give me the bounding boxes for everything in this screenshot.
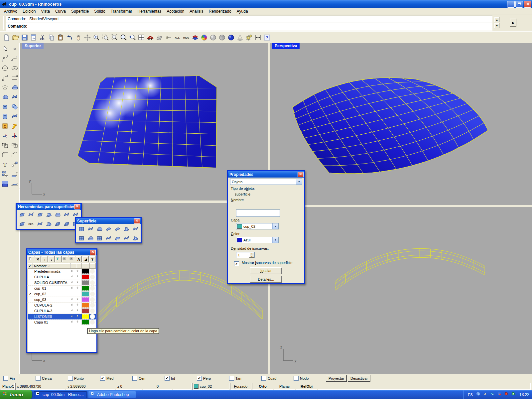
toolbar-button[interactable]: [47, 33, 56, 42]
menu-item[interactable]: Superficie: [68, 8, 91, 14]
layer-material-circle[interactable]: [90, 297, 95, 302]
left-toolbar-button[interactable]: [10, 44, 19, 54]
toolbar-button[interactable]: [11, 33, 20, 42]
layer-material-circle[interactable]: [90, 286, 95, 291]
lock-icon[interactable]: [70, 320, 75, 325]
superficie-tool-button[interactable]: [131, 234, 140, 242]
superficie-titlebar[interactable]: Superficie ✕: [76, 218, 141, 224]
toolbar-button[interactable]: [83, 33, 92, 42]
layer-name[interactable]: cup_01: [33, 286, 70, 290]
left-toolbar-button[interactable]: [0, 102, 10, 111]
bulb-icon[interactable]: [75, 315, 81, 319]
osnap-checkbox[interactable]: [36, 376, 41, 381]
superficie-tool-button[interactable]: [113, 225, 122, 233]
layer-row[interactable]: LISTONES: [28, 314, 96, 320]
superficie-tool-button[interactable]: [122, 225, 131, 233]
left-toolbar-button[interactable]: [10, 160, 19, 169]
layer-material-circle[interactable]: [90, 303, 95, 308]
layer-name[interactable]: LISTONES: [33, 315, 70, 319]
osnap-item[interactable]: Cen: [132, 376, 165, 381]
osnap-item[interactable]: ✔ Int: [165, 376, 197, 381]
status-toggle[interactable]: Planar: [274, 383, 295, 390]
close-icon[interactable]: ✕: [74, 204, 80, 209]
left-toolbar-button[interactable]: [0, 73, 10, 82]
toolbar-button[interactable]: [74, 33, 83, 42]
layer-material-circle[interactable]: [90, 280, 95, 285]
language-indicator[interactable]: ES: [466, 392, 474, 397]
layer-material-circle[interactable]: [90, 269, 95, 274]
osnap-item[interactable]: Cuad: [261, 376, 294, 381]
osnap-item[interactable]: ✔ Med: [100, 376, 132, 381]
toolbar-button[interactable]: [155, 33, 164, 42]
menu-item[interactable]: Vista: [38, 8, 52, 14]
tray-icon[interactable]: [476, 392, 482, 397]
osnap-checkbox[interactable]: ✔: [197, 376, 202, 381]
layers-toolbar-button[interactable]: A: [76, 256, 82, 262]
surface-tool-button[interactable]: [35, 220, 44, 228]
surface-tool-button[interactable]: DEG: [27, 220, 36, 228]
toolbar-button[interactable]: [119, 33, 128, 42]
osnap-button[interactable]: Desactivar: [348, 375, 370, 382]
menu-item[interactable]: Renderizado: [206, 8, 234, 14]
left-toolbar-button[interactable]: [10, 92, 19, 102]
layer-name[interactable]: cup_02: [33, 292, 70, 296]
toolbar-button[interactable]: HIDE: [182, 33, 191, 42]
menu-item[interactable]: Archivo: [1, 8, 20, 14]
lock-icon[interactable]: [70, 303, 75, 308]
layer-material-circle[interactable]: [90, 292, 95, 296]
left-toolbar-button[interactable]: [10, 102, 19, 111]
menu-item[interactable]: Transformar: [108, 8, 135, 14]
menu-item[interactable]: Acotación: [164, 8, 187, 14]
lock-icon[interactable]: [70, 281, 75, 285]
osnap-item[interactable]: Fin: [3, 376, 36, 381]
layers-toolbar-button[interactable]: [62, 256, 68, 262]
layers-toolbar-button[interactable]: [69, 256, 75, 262]
toolbar-button[interactable]: [110, 33, 119, 42]
menu-item[interactable]: Edición: [20, 8, 38, 14]
viewport-splitter-right[interactable]: [270, 205, 532, 207]
menu-item[interactable]: Sólido: [91, 8, 108, 14]
command-scroll-down[interactable]: ▼: [494, 23, 499, 28]
left-toolbar-button[interactable]: T: [0, 160, 10, 169]
match-button[interactable]: Igualar: [250, 267, 282, 274]
layer-color-swatch[interactable]: [82, 303, 89, 308]
layers-toolbar-button[interactable]: [55, 256, 62, 262]
toolbar-button[interactable]: [146, 33, 155, 42]
osnap-checkbox[interactable]: [294, 376, 299, 381]
menu-item[interactable]: Curva: [53, 8, 68, 14]
toolbar-button[interactable]: [235, 33, 244, 42]
taskbar-task[interactable]: cup_00.3dm - Rhinoc...: [34, 391, 87, 398]
toolbar-button[interactable]: [191, 33, 200, 42]
osnap-item[interactable]: ✔ Perp: [197, 376, 229, 381]
layer-color-swatch[interactable]: [82, 320, 89, 325]
bulb-icon[interactable]: [75, 286, 81, 291]
layers-toolbar-button[interactable]: ?: [89, 256, 96, 262]
layer-color-swatch[interactable]: [82, 275, 89, 279]
command-grip[interactable]: [3, 16, 5, 30]
bulb-icon[interactable]: [75, 281, 81, 285]
osnap-item[interactable]: Punto: [68, 376, 100, 381]
current-layer-button[interactable]: cup_02: [192, 383, 229, 390]
left-toolbar-button[interactable]: [10, 131, 19, 140]
menu-item[interactable]: Análisis: [187, 8, 206, 14]
layer-name[interactable]: SOLIDO CUBIERTA: [33, 281, 70, 285]
layer-color-swatch[interactable]: [82, 269, 89, 274]
surface-tool-button[interactable]: [53, 210, 62, 219]
left-toolbar-button[interactable]: [10, 73, 19, 82]
lock-icon[interactable]: [70, 269, 75, 274]
layer-name[interactable]: Predeterminada: [33, 269, 70, 273]
layer-row[interactable]: CUPULA: [28, 274, 96, 280]
surface-tool-button[interactable]: [18, 220, 27, 228]
toolbar-button[interactable]: [2, 33, 11, 42]
close-icon[interactable]: ✕: [298, 172, 304, 177]
layer-color-swatch[interactable]: [82, 314, 89, 319]
viewport-label-perspectiva[interactable]: Perspectiva: [272, 43, 300, 49]
spinner-down-icon[interactable]: ▼: [249, 255, 254, 258]
toolbar-button[interactable]: [92, 33, 101, 42]
toolbar-button[interactable]: [217, 33, 226, 42]
layer-name[interactable]: CUPULA-2: [33, 303, 70, 307]
superficie-tool-button[interactable]: [104, 234, 113, 242]
command-history[interactable]: Comando: _ShadedViewport Comando:: [6, 16, 492, 31]
properties-titlebar[interactable]: Propiedades ✕: [228, 171, 304, 178]
toolbar-button[interactable]: [253, 33, 262, 42]
